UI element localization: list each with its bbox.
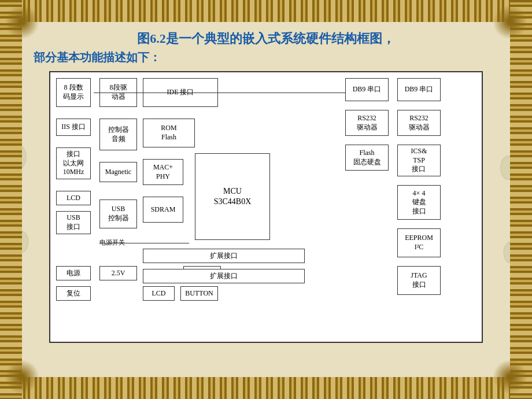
border-top: [0, 0, 532, 22]
block-sdram: SDRAM: [143, 197, 183, 223]
block-mcu: MCUS3C44B0X: [195, 153, 270, 240]
block-usb-port: USB接口: [56, 211, 91, 234]
title-line1: 图6.2是一个典型的嵌入式系统硬件结构框图，: [34, 30, 498, 47]
block-lcd: LCD: [56, 191, 91, 205]
block-reset: 复位: [56, 286, 91, 301]
block-usb-ctrl: USB控制器: [99, 200, 137, 228]
block-rs232-2: RS232驱动器: [397, 110, 441, 136]
block-ics-tsp: ICS&TSP接口: [397, 145, 441, 176]
title-line2: 部分基本功能描述如下：: [34, 50, 498, 65]
corner-tr: [493, 5, 527, 39]
border-right: [510, 0, 532, 399]
block-rs232-1: RS232驱动器: [345, 110, 389, 136]
block-power-source: 电源: [56, 266, 91, 280]
block-iis: IIS 接口: [56, 119, 91, 136]
corner-bl: [5, 360, 39, 394]
block-lcd2: LCD: [143, 286, 175, 301]
main-content: 图6.2是一个典型的嵌入式系统硬件结构框图， 部分基本功能描述如下： 8 段数码…: [22, 22, 510, 377]
border-left: [0, 0, 22, 399]
corner-tl: [5, 5, 39, 39]
block-eth: 接口以太网10MHz: [56, 147, 91, 179]
block-db9-2: DB9 串口: [397, 78, 441, 101]
block-25v: 2.5V: [99, 266, 137, 280]
block-flash-ssd: Flash固态硬盘: [345, 145, 389, 171]
block-expand1: 扩展接口: [143, 249, 305, 263]
hardware-diagram: 8 段数码显示 IIS 接口 接口以太网10MHz LCD USB接口 电源 复…: [49, 71, 483, 343]
corner-br: [493, 360, 527, 394]
block-4x4-kbd: 4× 4键盘接口: [397, 185, 441, 220]
block-button: BUTTON: [180, 286, 218, 301]
block-ctrl-audio: 控制器音频: [99, 119, 137, 150]
power-switch-line: [99, 243, 189, 243]
block-mac-phy: MAC+PHY: [143, 159, 183, 185]
block-jtag: JTAG接口: [397, 266, 441, 295]
border-bottom: [0, 377, 532, 399]
block-eeprom: EEPROMI²C: [397, 228, 441, 257]
block-db9-1: DB9 串口: [345, 78, 389, 101]
block-magnetic: Magnetic: [99, 162, 137, 182]
block-rom-flash: ROMFlash: [143, 119, 195, 147]
block-8seg-display: 8 段数码显示: [56, 78, 91, 107]
block-expand2: 扩展接口: [143, 269, 305, 283]
